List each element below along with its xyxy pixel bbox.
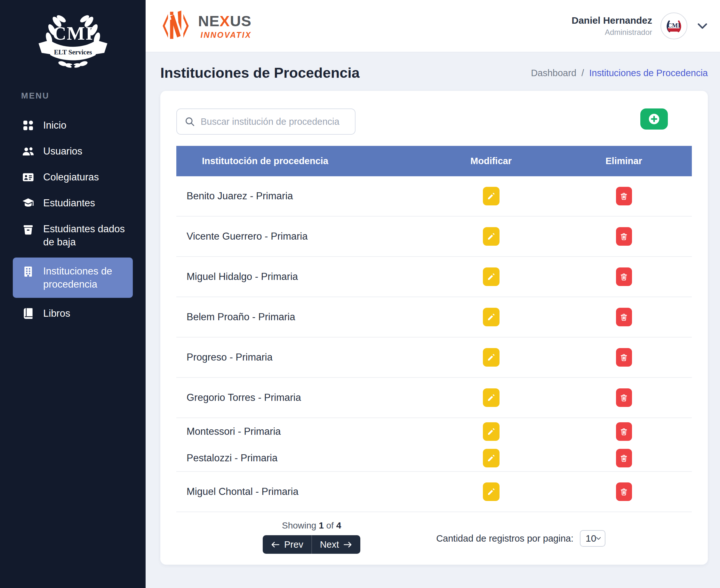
prev-page-button[interactable]: Prev xyxy=(263,535,311,554)
sidebar-item-estudiantes-baja[interactable]: Estudiantes dados de baja xyxy=(0,216,146,255)
institution-name: Montessori - Primaria xyxy=(176,426,426,437)
breadcrumb-separator: / xyxy=(581,68,584,78)
edit-button[interactable] xyxy=(483,227,499,246)
institution-name: Miguel Chontal - Primaria xyxy=(176,486,426,498)
delete-button[interactable] xyxy=(616,422,632,441)
avatar[interactable]: CMI xyxy=(660,13,687,39)
users-icon xyxy=(22,145,35,158)
pencil-icon xyxy=(487,192,495,201)
topbar: NEXUS INNOVATIX Daniel Hernandez Adminis… xyxy=(146,0,720,52)
next-page-button[interactable]: Next xyxy=(311,535,361,554)
search-box xyxy=(176,108,355,135)
sidebar-item-label: Estudiantes dados de baja xyxy=(43,222,136,249)
institution-name: Benito Juarez - Primaria xyxy=(176,190,426,202)
edit-button[interactable] xyxy=(483,268,499,286)
user-name: Daniel Hernandez xyxy=(572,15,652,26)
edit-button[interactable] xyxy=(483,388,499,407)
book-icon xyxy=(22,307,35,320)
svg-text:ELT Services: ELT Services xyxy=(54,48,92,56)
cmi-logo: CMI ELT Services xyxy=(0,9,146,70)
sidebar-item-inicio[interactable]: Inicio xyxy=(0,112,146,138)
graduation-cap-icon xyxy=(22,197,35,210)
toolbar xyxy=(176,108,692,135)
trash-icon xyxy=(619,394,628,402)
sidebar-item-colegiaturas[interactable]: Colegiaturas xyxy=(0,164,146,190)
nexus-brand-logo: NEXUS INNOVATIX xyxy=(160,9,251,43)
search-input[interactable] xyxy=(201,117,347,127)
table-row: Miguel Hidalgo - Primaria xyxy=(176,257,692,297)
edit-button[interactable] xyxy=(483,449,499,467)
table-row: Progreso - Primaria xyxy=(176,337,692,378)
sidebar-item-usuarios[interactable]: Usuarios xyxy=(0,138,146,164)
edit-button[interactable] xyxy=(483,187,499,205)
delete-button[interactable] xyxy=(616,268,632,286)
sidebar-nav: Inicio Usuarios xyxy=(0,112,146,326)
delete-button[interactable] xyxy=(616,187,632,205)
pencil-icon xyxy=(487,232,495,241)
delete-button[interactable] xyxy=(616,482,632,501)
breadcrumb-current-link[interactable]: Instituciones de Procedencia xyxy=(589,68,708,78)
table-row: Vicente Guerrero - Primaria xyxy=(176,216,692,257)
grid-icon xyxy=(22,119,35,132)
plus-circle-icon xyxy=(647,112,661,126)
breadcrumb-dashboard-link[interactable]: Dashboard xyxy=(531,68,576,78)
trash-icon xyxy=(619,353,628,362)
institution-name: Belem Proaño - Primaria xyxy=(176,311,426,323)
brand-name: NEXUS xyxy=(198,12,251,30)
svg-text:CMI: CMI xyxy=(52,23,93,44)
app-window: CMI ELT Services MENU xyxy=(0,0,720,588)
sidebar-item-estudiantes[interactable]: Estudiantes xyxy=(0,190,146,216)
table-row: Benito Juarez - Primaria xyxy=(176,176,692,216)
table-row: Miguel Chontal - Primaria xyxy=(176,472,692,512)
pencil-icon xyxy=(487,353,495,362)
pencil-icon xyxy=(487,273,495,281)
sidebar-item-instituciones[interactable]: Instituciones de procedencia xyxy=(13,257,133,298)
cmi-laurel-logo-icon: CMI ELT Services xyxy=(33,9,113,70)
chevron-down-icon[interactable] xyxy=(698,23,707,29)
nexus-emblem-icon xyxy=(160,9,191,43)
per-page-label: Cantidad de registros por pagina: xyxy=(436,533,573,544)
add-institution-button[interactable] xyxy=(640,108,668,130)
sidebar-item-libros[interactable]: Libros xyxy=(0,300,146,326)
building-icon xyxy=(22,265,35,278)
edit-button[interactable] xyxy=(483,482,499,501)
pencil-icon xyxy=(487,313,495,321)
user-menu[interactable]: Daniel Hernandez Administrador CMI xyxy=(572,13,707,39)
table-row: Gregorio Torres - Primaria xyxy=(176,378,692,418)
institution-name: Progreso - Primaria xyxy=(176,352,426,363)
per-page-control: Cantidad de registros por pagina: 10 xyxy=(436,530,605,547)
delete-button[interactable] xyxy=(616,227,632,246)
trash-icon xyxy=(619,454,628,463)
table-card: Institutoción de procedencia Modificar E… xyxy=(160,91,708,565)
table-row: Pestalozzi - Primaria xyxy=(176,445,692,472)
chevron-down-icon xyxy=(596,537,601,540)
trash-icon xyxy=(619,427,628,436)
id-card-icon xyxy=(22,171,35,184)
table-footer: Showing 1 of 4 Prev xyxy=(176,512,692,556)
avatar-cmi-logo-icon: CMI xyxy=(661,14,686,38)
trash-icon xyxy=(619,232,628,241)
bin-icon xyxy=(22,223,35,236)
sidebar-item-label: Usuarios xyxy=(43,145,82,158)
pencil-icon xyxy=(487,427,495,436)
table-body: Benito Juarez - Primaria Vicente Guerrer… xyxy=(176,176,692,512)
delete-button[interactable] xyxy=(616,388,632,407)
table-header: Institutoción de procedencia Modificar E… xyxy=(176,146,692,176)
column-header-institution: Institutoción de procedencia xyxy=(176,156,426,166)
delete-button[interactable] xyxy=(616,348,632,366)
table-row: Montessori - Primaria xyxy=(176,418,692,445)
institution-name: Miguel Hidalgo - Primaria xyxy=(176,271,426,282)
institutions-table: Institutoción de procedencia Modificar E… xyxy=(176,146,692,512)
column-header-delete: Eliminar xyxy=(556,156,692,166)
brand-subtitle: INNOVATIX xyxy=(201,30,251,40)
per-page-select[interactable]: 10 xyxy=(580,530,605,547)
delete-button[interactable] xyxy=(616,308,632,326)
institution-name: Pestalozzi - Primaria xyxy=(176,453,426,464)
edit-button[interactable] xyxy=(483,308,499,326)
sidebar-item-label: Estudiantes xyxy=(43,196,95,210)
user-role: Administrador xyxy=(572,28,652,37)
delete-button[interactable] xyxy=(616,449,632,467)
page-title: Instituciones de Procedencia xyxy=(160,65,360,81)
edit-button[interactable] xyxy=(483,348,499,366)
edit-button[interactable] xyxy=(483,422,499,441)
